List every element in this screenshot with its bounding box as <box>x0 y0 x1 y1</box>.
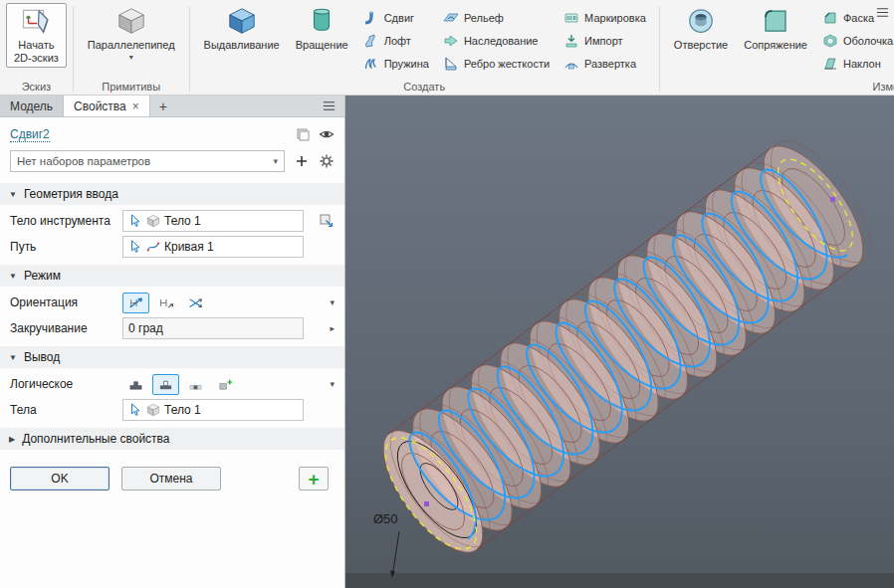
rib-button[interactable]: Ребро жесткости <box>436 52 557 75</box>
solid-body-icon <box>146 403 160 417</box>
revolve-label: Вращение <box>296 39 348 52</box>
ribbon: Начать 2D-эскиз Эскиз Параллелепипед ▾ П… <box>0 0 894 96</box>
coil-model <box>365 125 888 567</box>
cursor-icon <box>128 240 142 254</box>
orientation-fixed-button[interactable] <box>152 293 179 313</box>
ribbon-group-modify: Отверстие Сопряжение Фаска Оболочка Накл… <box>660 0 894 95</box>
feature-name-link[interactable]: Сдвиг2 <box>10 127 50 142</box>
flyout-arrow-icon[interactable]: ▸ <box>330 323 335 333</box>
ribbon-group-sketch: Начать 2D-эскиз Эскиз <box>0 0 73 95</box>
ribbon-group-label-primitives: Примитивы <box>74 81 189 93</box>
expand-triangle-icon: ▶ <box>9 435 15 444</box>
unwrap-button[interactable]: Развертка <box>557 52 653 75</box>
tab-properties[interactable]: Свойства × <box>64 96 150 116</box>
chevron-down-icon[interactable]: ▾ <box>330 297 335 307</box>
decal-icon <box>563 10 579 26</box>
section-output[interactable]: ▼ Вывод <box>0 346 344 368</box>
unwrap-icon <box>563 56 579 72</box>
tool-body-value: Тело 1 <box>164 214 201 228</box>
tab-model[interactable]: Модель <box>0 96 64 116</box>
ok-button[interactable]: OK <box>10 467 110 490</box>
revolve-button[interactable]: Вращение <box>288 3 356 55</box>
start-2d-sketch-button[interactable]: Начать 2D-эскиз <box>6 3 67 68</box>
derive-icon <box>443 33 459 49</box>
add-preset-icon[interactable] <box>294 153 310 169</box>
section-mode-label: Режим <box>24 269 61 283</box>
boolean-intersect-button[interactable] <box>182 374 209 395</box>
viewport-3d[interactable]: Ø50 <box>345 96 894 588</box>
draft-label: Наклон <box>843 58 881 70</box>
tab-add-button[interactable]: + <box>150 96 176 116</box>
coil-label: Пружина <box>384 58 429 70</box>
loft-icon <box>363 33 379 49</box>
box-primitive-label: Параллелепипед <box>88 39 175 52</box>
orientation-guide-button[interactable] <box>182 293 209 313</box>
import-label: Импорт <box>584 35 622 47</box>
sweep-button[interactable]: Сдвиг <box>356 6 436 29</box>
fillet-button[interactable]: Сопряжение <box>736 3 815 55</box>
section-mode[interactable]: ▼ Режим <box>0 265 344 287</box>
twist-input[interactable] <box>128 321 298 335</box>
section-input-geometry[interactable]: ▼ Геометрия ввода <box>0 183 344 205</box>
boolean-new-solid-button[interactable] <box>212 374 239 395</box>
solid-body-icon <box>146 214 160 228</box>
curve-icon <box>146 240 160 254</box>
preset-settings-gear-icon[interactable] <box>319 153 335 169</box>
section-input-geometry-label: Геометрия ввода <box>24 187 118 201</box>
tool-body-label: Тело инструмента <box>10 214 122 228</box>
cancel-button[interactable]: Отмена <box>121 467 221 490</box>
model-scene: Ø50 <box>345 96 894 588</box>
hole-button[interactable]: Отверстие <box>666 3 736 55</box>
derive-button[interactable]: Наследование <box>436 29 557 52</box>
shell-button[interactable]: Оболочка <box>815 29 894 52</box>
decal-button[interactable]: Маркировка <box>557 6 653 29</box>
preset-dropdown-value: Нет наборов параметров <box>17 155 150 167</box>
ribbon-overflow-icon[interactable] <box>875 5 890 20</box>
extrude-button[interactable]: Выдавливание <box>196 3 288 55</box>
twist-label: Закручивание <box>10 321 122 335</box>
ribbon-group-label-modify: Измен <box>660 81 894 93</box>
section-output-label: Вывод <box>24 350 60 364</box>
loft-button[interactable]: Лофт <box>356 29 436 52</box>
bodies-selector[interactable]: Тело 1 <box>122 399 304 421</box>
collapse-triangle-icon: ▼ <box>9 272 17 281</box>
select-solids-icon[interactable] <box>319 213 335 229</box>
path-selector[interactable]: Кривая 1 <box>122 236 304 258</box>
twist-input-box <box>122 317 304 339</box>
bodies-label: Тела <box>10 403 122 417</box>
section-advanced[interactable]: ▶ Дополнительные свойства <box>0 428 344 450</box>
draft-button[interactable]: Наклон <box>815 52 894 75</box>
panel-menu-icon[interactable] <box>322 98 336 113</box>
box-primitive-button[interactable]: Параллелепипед ▾ <box>80 3 183 66</box>
preview-eye-icon[interactable] <box>319 126 335 142</box>
coil-button[interactable]: Пружина <box>356 52 436 75</box>
hole-label: Отверстие <box>674 39 728 52</box>
extrude-icon <box>227 6 257 36</box>
dimension-label: Ø50 <box>373 511 398 526</box>
objects-stack-icon[interactable] <box>295 126 311 142</box>
emboss-icon <box>443 10 459 26</box>
coil-icon <box>363 56 379 72</box>
cursor-icon <box>128 403 142 417</box>
derive-label: Наследование <box>464 35 539 47</box>
preset-dropdown[interactable]: Нет наборов параметров ▾ <box>10 150 285 172</box>
chevron-down-icon: ▾ <box>273 156 278 166</box>
bodies-value: Тело 1 <box>164 403 201 417</box>
import-button[interactable]: Импорт <box>557 29 653 52</box>
sweep-icon <box>363 10 379 26</box>
start-2d-sketch-label-line2: 2D-эскиз <box>14 52 59 65</box>
chevron-down-icon: ▾ <box>129 53 133 63</box>
fillet-label: Сопряжение <box>744 39 807 52</box>
chevron-down-icon[interactable]: ▾ <box>330 379 335 389</box>
tab-close-icon[interactable]: × <box>132 99 139 113</box>
emboss-button[interactable]: Рельеф <box>436 6 557 29</box>
orientation-follow-path-button[interactable] <box>122 293 149 313</box>
boolean-cut-button[interactable] <box>152 374 179 395</box>
shell-icon <box>822 33 838 49</box>
add-feature-button[interactable]: + <box>299 467 329 490</box>
dimension-leader <box>392 531 399 577</box>
boolean-label: Логическое <box>10 377 122 391</box>
revolve-icon <box>307 6 336 36</box>
boolean-join-button[interactable] <box>122 374 149 395</box>
tool-body-selector[interactable]: Тело 1 <box>122 210 304 232</box>
